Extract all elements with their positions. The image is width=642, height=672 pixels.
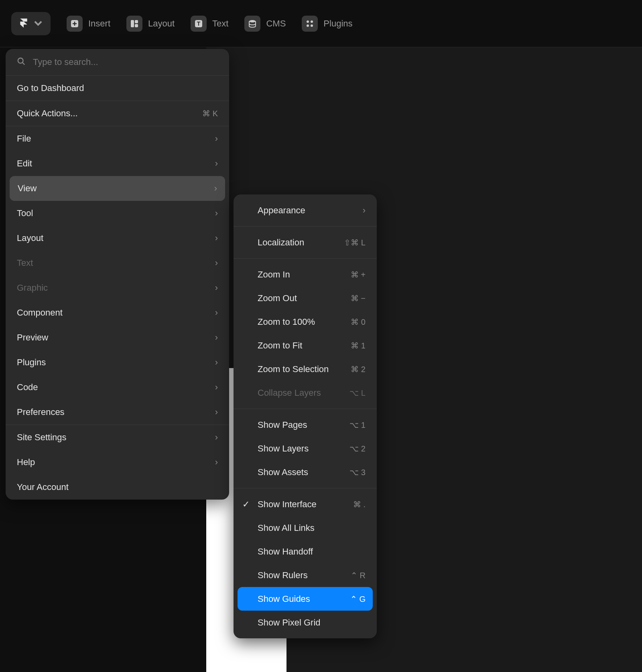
submenu-show-rulers[interactable]: Show Rulers ⌃ R: [234, 563, 377, 587]
insert-icon: [67, 16, 83, 32]
menu-site-settings-label: Site Settings: [17, 432, 67, 443]
submenu-localization-shortcut: ⇧⌘ L: [344, 238, 366, 247]
submenu-show-handoff[interactable]: Show Handoff: [234, 540, 377, 563]
svg-point-7: [307, 20, 309, 23]
chevron-right-icon: ›: [215, 258, 218, 268]
chevron-right-icon: ›: [215, 432, 218, 443]
chevron-right-icon: ›: [215, 407, 218, 417]
text-icon: T: [191, 16, 207, 32]
search-input[interactable]: [33, 57, 218, 67]
submenu-zoom-100[interactable]: Zoom to 100% ⌘ 0: [234, 310, 377, 334]
submenu-show-all-links[interactable]: Show All Links: [234, 516, 377, 540]
toolbar-layout[interactable]: Layout: [126, 16, 175, 32]
submenu-show-assets-label: Show Assets: [258, 467, 308, 478]
menu-text-label: Text: [17, 258, 33, 268]
chevron-right-icon: ›: [215, 158, 218, 169]
submenu-zoom-fit-shortcut: ⌘ 1: [351, 341, 366, 350]
menu-code[interactable]: Code ›: [6, 375, 229, 400]
menu-dashboard-label: Go to Dashboard: [17, 83, 84, 93]
submenu-show-layers-label: Show Layers: [258, 443, 309, 454]
svg-text:T: T: [197, 20, 201, 27]
submenu-show-interface-shortcut: ⌘ .: [353, 500, 366, 509]
toolbar-plugins[interactable]: Plugins: [302, 16, 352, 32]
menu-edit-label: Edit: [17, 158, 32, 169]
menu-quick-actions[interactable]: Quick Actions... ⌘ K: [6, 101, 229, 126]
submenu-show-layers-shortcut: ⌥ 2: [349, 444, 366, 453]
submenu-show-assets-shortcut: ⌥ 3: [349, 468, 366, 477]
submenu-zoom-fit-label: Zoom to Fit: [258, 340, 302, 351]
submenu-collapse-layers-shortcut: ⌥ L: [349, 388, 366, 398]
menu-preview[interactable]: Preview ›: [6, 325, 229, 350]
submenu-show-rulers-shortcut: ⌃ R: [351, 571, 366, 580]
toolbar-text[interactable]: T Text: [191, 16, 228, 32]
app-menu-button[interactable]: [11, 12, 51, 35]
menu-search[interactable]: [6, 49, 229, 76]
toolbar-insert[interactable]: Insert: [67, 16, 110, 32]
submenu-show-pixel-grid[interactable]: Show Pixel Grid: [234, 611, 377, 634]
menu-graphic-label: Graphic: [17, 283, 48, 293]
menu-graphic: Graphic ›: [6, 275, 229, 300]
chevron-right-icon: ›: [215, 457, 218, 468]
submenu-show-assets[interactable]: Show Assets ⌥ 3: [234, 460, 377, 484]
menu-file[interactable]: File ›: [6, 126, 229, 151]
menu-code-label: Code: [17, 382, 38, 393]
submenu-zoom-out-label: Zoom Out: [258, 293, 297, 304]
submenu-zoom-100-label: Zoom to 100%: [258, 317, 315, 327]
menu-component[interactable]: Component ›: [6, 300, 229, 325]
menu-view[interactable]: View ›: [10, 176, 225, 201]
menu-layout[interactable]: Layout ›: [6, 226, 229, 251]
menu-quick-actions-label: Quick Actions...: [17, 108, 78, 119]
submenu-localization[interactable]: Localization ⇧⌘ L: [234, 231, 377, 254]
chevron-right-icon: ›: [363, 205, 366, 216]
framer-logo-icon: [18, 18, 29, 30]
menu-tool[interactable]: Tool ›: [6, 201, 229, 226]
submenu-zoom-in-label: Zoom In: [258, 269, 290, 280]
toolbar-insert-label: Insert: [88, 18, 110, 29]
submenu-zoom-100-shortcut: ⌘ 0: [351, 317, 366, 327]
plugins-icon: [302, 16, 318, 32]
submenu-zoom-in[interactable]: Zoom In ⌘ +: [234, 263, 377, 286]
menu-your-account[interactable]: Your Account: [6, 475, 229, 500]
menu-plugins[interactable]: Plugins ›: [6, 350, 229, 375]
submenu-show-pages[interactable]: Show Pages ⌥ 1: [234, 413, 377, 437]
submenu-appearance[interactable]: Appearance ›: [234, 198, 377, 222]
toolbar-text-label: Text: [212, 18, 228, 29]
submenu-show-layers[interactable]: Show Layers ⌥ 2: [234, 437, 377, 460]
chevron-right-icon: ›: [214, 183, 217, 194]
menu-help[interactable]: Help ›: [6, 450, 229, 475]
top-toolbar: Insert Layout T Text CMS Plugins: [0, 0, 642, 47]
svg-point-9: [307, 24, 309, 27]
submenu-show-guides[interactable]: Show Guides ⌃ G: [238, 587, 373, 611]
chevron-right-icon: ›: [215, 308, 218, 318]
chevron-right-icon: ›: [215, 382, 218, 393]
submenu-show-all-links-label: Show All Links: [258, 523, 315, 533]
svg-point-10: [311, 24, 313, 27]
submenu-show-interface[interactable]: ✓ Show Interface ⌘ .: [234, 492, 377, 516]
submenu-collapse-layers: Collapse Layers ⌥ L: [234, 381, 377, 405]
submenu-show-guides-shortcut: ⌃ G: [350, 594, 366, 604]
svg-rect-3: [135, 24, 138, 27]
cms-icon: [244, 16, 260, 32]
chevron-right-icon: ›: [215, 134, 218, 144]
chevron-right-icon: ›: [215, 208, 218, 219]
menu-preferences[interactable]: Preferences ›: [6, 400, 229, 425]
menu-site-settings[interactable]: Site Settings ›: [6, 425, 229, 450]
submenu-collapse-layers-label: Collapse Layers: [258, 388, 321, 398]
submenu-zoom-out-shortcut: ⌘ −: [351, 293, 366, 303]
menu-edit[interactable]: Edit ›: [6, 151, 229, 176]
submenu-zoom-fit[interactable]: Zoom to Fit ⌘ 1: [234, 334, 377, 357]
view-submenu: Appearance › Localization ⇧⌘ L Zoom In ⌘…: [234, 194, 377, 638]
menu-preview-label: Preview: [17, 332, 48, 343]
toolbar-layout-label: Layout: [148, 18, 175, 29]
menu-your-account-label: Your Account: [17, 482, 69, 492]
submenu-zoom-out[interactable]: Zoom Out ⌘ −: [234, 286, 377, 310]
chevron-right-icon: ›: [215, 357, 218, 368]
submenu-show-pages-label: Show Pages: [258, 420, 307, 430]
submenu-zoom-selection[interactable]: Zoom to Selection ⌘ 2: [234, 357, 377, 381]
toolbar-plugins-label: Plugins: [323, 18, 352, 29]
menu-preferences-label: Preferences: [17, 407, 65, 417]
toolbar-cms-label: CMS: [266, 18, 286, 29]
menu-dashboard[interactable]: Go to Dashboard: [6, 76, 229, 101]
toolbar-cms[interactable]: CMS: [244, 16, 286, 32]
svg-rect-1: [131, 20, 134, 27]
